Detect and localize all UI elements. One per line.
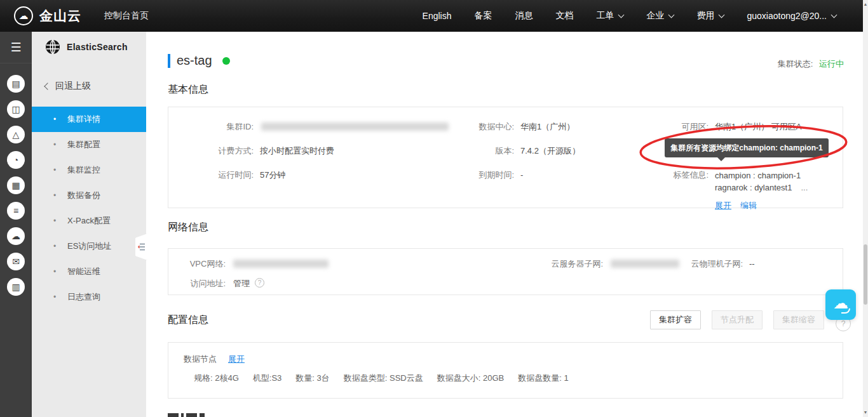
scrollbar-thumb[interactable]: [864, 244, 867, 305]
cluster-id-redacted: [261, 122, 449, 131]
sidebar-item-cluster-monitor[interactable]: 集群监控: [32, 157, 146, 183]
field-access: 访问地址: 管理 ?: [184, 278, 400, 289]
sidebar-item-cluster-config[interactable]: 集群配置: [32, 132, 146, 157]
cluster-scale-out-button[interactable]: 集群扩容: [650, 310, 701, 329]
layers-icon[interactable]: ≡: [7, 202, 25, 220]
field-billing: 计费方式: 按小时配置实时付费: [184, 145, 457, 157]
clipped-section-heading: [168, 413, 205, 417]
field-subnet: 云服务器子网:: [400, 258, 679, 270]
field-zone: 可用区: 华南1（广州） 可用区A: [660, 121, 843, 133]
node-upgrade-button[interactable]: 节点升配: [712, 310, 763, 329]
kingsoft-cloud-logo-icon: ☁: [14, 6, 33, 25]
field-uptime: 运行时间: 57分钟: [184, 169, 457, 211]
data-node-label: 数据节点: [184, 354, 217, 365]
spec-item: 规格: 2核4G: [194, 373, 239, 384]
chevron-down-icon: [831, 11, 837, 18]
config-info-card: 数据节点 展开 规格: 2核4G 机型:S3 数量: 3台 数据盘类型: SSD…: [168, 342, 843, 399]
help-question-icon[interactable]: ?: [255, 278, 264, 288]
cluster-scale-in-button[interactable]: 集群缩容: [773, 310, 824, 329]
page-scrollbar: ▲ ▼: [863, 0, 868, 417]
cluster-status-value: 运行中: [819, 59, 844, 69]
main-content: es-tag 集群状态: 运行中 基本信息 集群ID: 数据中心: 华南1（广州…: [146, 32, 863, 417]
network-info-heading: 网络信息: [168, 221, 208, 234]
basic-info-card: 集群ID: 数据中心: 华南1（广州） 可用区: 华南1（广州） 可用区A 计费…: [168, 107, 843, 208]
menu-burger-icon[interactable]: ☰: [0, 32, 32, 63]
basic-info-heading: 基本信息: [168, 83, 208, 96]
chevron-down-icon: [668, 11, 675, 18]
nav-enterprise[interactable]: 企业: [646, 10, 674, 22]
topbar: ☁ 金山云 控制台首页 English 备案 消息 文档 工单 企业 费用 gu…: [0, 0, 868, 32]
console-home-link[interactable]: 控制台首页: [104, 10, 149, 22]
spec-item: 数量: 3台: [295, 373, 329, 384]
users-icon[interactable]: ◫: [7, 100, 25, 118]
spec-item: 数据盘类型: SSD云盘: [344, 373, 423, 384]
scroll-up-arrow[interactable]: ▲: [863, 1, 868, 8]
cloud-upload-icon[interactable]: ☁: [7, 227, 25, 245]
scroll-down-arrow[interactable]: ▼: [863, 409, 868, 416]
sidebar-item-cluster-detail[interactable]: 集群详情: [32, 107, 146, 132]
page-title: es-tag: [177, 53, 212, 68]
title-accent-bar: [168, 54, 170, 68]
support-chat-button[interactable]: ☁: [825, 289, 856, 320]
icon-rail: ☰ ▤ ◫ △ ◔ ▦ ≡ ☁ ✉ ▥: [0, 32, 32, 417]
logs-icon[interactable]: ▥: [7, 278, 25, 296]
topnav: English 备案 消息 文档 工单 企业 费用 guoxiaotong2@2…: [423, 10, 868, 22]
collapse-icon: [138, 242, 146, 251]
chevron-left-icon: [44, 83, 51, 89]
spec-item: 机型:S3: [253, 373, 282, 384]
sidebar-app-name: ElasticSearch: [67, 42, 128, 52]
sidebar-item-es-access[interactable]: ES访问地址: [32, 234, 146, 259]
tags-edit-link[interactable]: 编辑: [740, 200, 757, 211]
back-to-parent[interactable]: 回退上级: [32, 74, 146, 99]
data-node-expand-link[interactable]: 展开: [228, 354, 245, 365]
spec-item: 数据盘大小: 20GB: [437, 373, 504, 384]
config-info-heading: 配置信息: [168, 314, 208, 327]
brand[interactable]: ☁ 金山云: [0, 6, 81, 25]
elasticsearch-icon: [44, 39, 61, 55]
cluster-status-label: 集群状态:: [778, 59, 813, 69]
nav-beian[interactable]: 备案: [474, 10, 492, 22]
server-icon[interactable]: ▤: [7, 75, 25, 93]
nav-docs[interactable]: 文档: [555, 10, 573, 22]
network-icon[interactable]: △: [7, 126, 25, 143]
sidebar-item-data-backup[interactable]: 数据备份: [32, 183, 146, 208]
monitor-icon[interactable]: ◔: [7, 151, 25, 169]
sidebar-item-log-query[interactable]: 日志查询: [32, 284, 146, 310]
cluster-status: 集群状态: 运行中: [778, 58, 844, 70]
vpc-redacted: [233, 260, 329, 268]
sidebar-collapse-handle[interactable]: [135, 234, 147, 260]
chevron-down-icon: [719, 11, 725, 18]
field-vpc: VPC网络:: [184, 258, 400, 270]
tag-line-2: ragnarok : dylantest1...: [715, 182, 808, 194]
config-buttons: 集群扩容 节点升配 集群缩容: [650, 310, 824, 329]
field-tags: 标签信息: champion : champion-1 ragnarok : d…: [660, 169, 843, 211]
database-icon[interactable]: ▦: [7, 176, 25, 194]
access-manage-link[interactable]: 管理: [233, 278, 250, 289]
subnet-redacted: [611, 260, 679, 268]
field-datacenter: 数据中心: 华南1（广州）: [457, 121, 660, 133]
sidebar-item-smart-ops[interactable]: 智能运维: [32, 259, 146, 284]
nav-account[interactable]: guoxiaotong2@20...: [747, 11, 836, 21]
field-expire: 到期时间: -: [457, 169, 660, 211]
brand-name: 金山云: [39, 7, 81, 25]
nav-messages[interactable]: 消息: [515, 10, 532, 22]
nav-billing[interactable]: 费用: [696, 10, 724, 22]
mail-icon[interactable]: ✉: [7, 253, 25, 270]
data-node-specs: 规格: 2核4G 机型:S3 数量: 3台 数据盘类型: SSD云盘 数据盘大小…: [194, 373, 843, 384]
field-epc-subnet: 云物理机子网: --: [679, 258, 843, 270]
nav-english[interactable]: English: [423, 11, 452, 21]
chevron-down-icon: [618, 11, 625, 18]
tag-line-1: champion : champion-1: [715, 169, 808, 182]
sidebar-app-header: ElasticSearch: [32, 32, 146, 62]
field-version: 版本: 7.4.2（开源版）: [457, 145, 660, 157]
network-info-card: VPC网络: 云服务器子网: 云物理机子网: -- 访问地址: 管理 ?: [168, 248, 843, 295]
spec-item: 数据盘数量: 1: [518, 373, 568, 384]
tags-expand-link[interactable]: 展开: [715, 200, 731, 211]
sidebar-menu: 集群详情 集群配置 集群监控 数据备份 X-Pack配置 ES访问地址 智能运维…: [32, 107, 146, 310]
sidebar: ElasticSearch 回退上级 集群详情 集群配置 集群监控 数据备份 X…: [32, 32, 146, 417]
tags-more: ...: [801, 183, 808, 192]
nav-tickets[interactable]: 工单: [596, 10, 623, 22]
support-headset-icon: [841, 308, 850, 314]
sidebar-item-xpack-config[interactable]: X-Pack配置: [32, 208, 146, 234]
status-dot-icon: [222, 57, 230, 65]
